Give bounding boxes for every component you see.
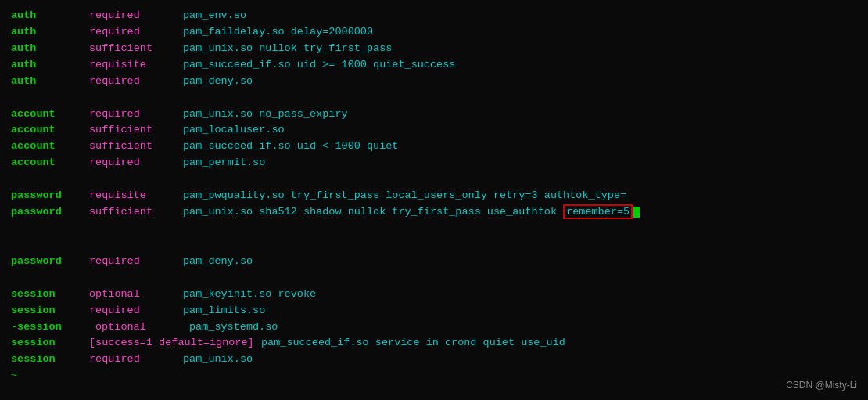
line-control: [success=1 default=ignore] (89, 335, 261, 351)
line-module: pam_deny.so (183, 74, 857, 90)
line-type: session (11, 335, 89, 351)
terminal-line: account sufficient pam_succeed_if.so uid… (11, 139, 857, 155)
line-module: pam_unix.so no_pass_expiry (183, 106, 857, 123)
terminal-line: account required pam_permit.so (11, 155, 857, 171)
watermark: CSDN @Misty-Li (786, 380, 857, 391)
line-control: sufficient (89, 122, 183, 139)
line-control: required (89, 254, 183, 270)
line-module: pam_unix.so sha512 shadow nullok try_fir… (183, 204, 857, 221)
line-type: password (11, 254, 89, 270)
line-control: required (89, 74, 183, 90)
terminal-content: auth required pam_env.soauth required pa… (11, 8, 857, 384)
line-control: required (89, 24, 183, 41)
line-module: pam_succeed_if.so service in crond quiet… (261, 335, 857, 351)
line-type: password (11, 204, 89, 221)
line-type: account (11, 139, 89, 155)
line-type: auth (11, 41, 89, 57)
terminal-line: -session optional pam_systemd.so (11, 319, 857, 336)
line-module: pam_limits.so (183, 303, 857, 319)
line-control: required (89, 155, 183, 171)
line-type: auth (11, 74, 89, 90)
tilde-char: ~ (11, 368, 17, 384)
line-type: account (11, 106, 89, 123)
line-control: required (89, 106, 183, 123)
line-type: account (11, 122, 89, 139)
line-control: optional (89, 286, 183, 303)
terminal-line: auth requisite pam_succeed_if.so uid >= … (11, 57, 857, 74)
empty-line (11, 90, 857, 106)
line-type: auth (11, 57, 89, 74)
terminal-line: auth required pam_env.so (11, 8, 857, 24)
empty-line (11, 270, 857, 286)
line-module: pam_deny.so (183, 254, 857, 270)
line-module: pam_unix.so (183, 351, 857, 368)
line-module: pam_succeed_if.so uid >= 1000 quiet_succ… (183, 57, 857, 74)
line-control: sufficient (89, 41, 183, 57)
line-type: auth (11, 8, 89, 24)
line-control: optional (95, 319, 189, 336)
line-control: required (89, 8, 183, 24)
line-control: requisite (89, 188, 183, 204)
terminal-line: auth sufficient pam_unix.so nullok try_f… (11, 41, 857, 57)
terminal-line: account sufficient pam_localuser.so (11, 122, 857, 139)
highlight-remember: remember=5 (563, 204, 633, 219)
line-module: pam_permit.so (183, 155, 857, 171)
terminal-line: auth required pam_deny.so (11, 74, 857, 90)
line-module: pam_systemd.so (189, 319, 857, 336)
line-control: requisite (89, 57, 183, 74)
terminal-window: auth required pam_env.soauth required pa… (0, 0, 868, 400)
terminal-cursor (633, 207, 640, 218)
terminal-line: session required pam_limits.so (11, 303, 857, 319)
line-control: sufficient (89, 139, 183, 155)
line-type: session (11, 351, 89, 368)
line-module: pam_succeed_if.so uid < 1000 quiet (183, 139, 857, 155)
line-control: sufficient (89, 204, 183, 221)
line-type: session (11, 286, 89, 303)
line-module: pam_localuser.so (183, 122, 857, 139)
tilde-line: ~ (11, 368, 857, 384)
terminal-line: session optional pam_keyinit.so revoke (11, 286, 857, 303)
line-control: required (89, 351, 183, 368)
line-module: pam_unix.so nullok try_first_pass (183, 41, 857, 57)
terminal-line: session [success=1 default=ignore] pam_s… (11, 335, 857, 351)
terminal-line: password requisite pam_pwquality.so try_… (11, 188, 857, 204)
empty-line (11, 171, 857, 188)
terminal-line: auth required pam_faildelay.so delay=200… (11, 24, 857, 41)
line-type: password (11, 188, 89, 204)
line-module: pam_keyinit.so revoke (183, 286, 857, 303)
line-type: auth (11, 24, 89, 41)
line-type: account (11, 155, 89, 171)
line-type: session (11, 303, 89, 319)
terminal-line: session required pam_unix.so (11, 351, 857, 368)
terminal-line: password sufficient pam_unix.so sha512 s… (11, 204, 857, 221)
line-type: -session (11, 319, 95, 336)
line-module: pam_env.so (183, 8, 857, 24)
line-control: required (89, 303, 183, 319)
line-module: pam_pwquality.so try_first_pass local_us… (183, 188, 857, 204)
terminal-line: account required pam_unix.so no_pass_exp… (11, 106, 857, 123)
empty-line (11, 237, 857, 254)
empty-line (11, 221, 857, 237)
line-module: pam_faildelay.so delay=2000000 (183, 24, 857, 41)
terminal-line: password required pam_deny.so (11, 254, 857, 270)
